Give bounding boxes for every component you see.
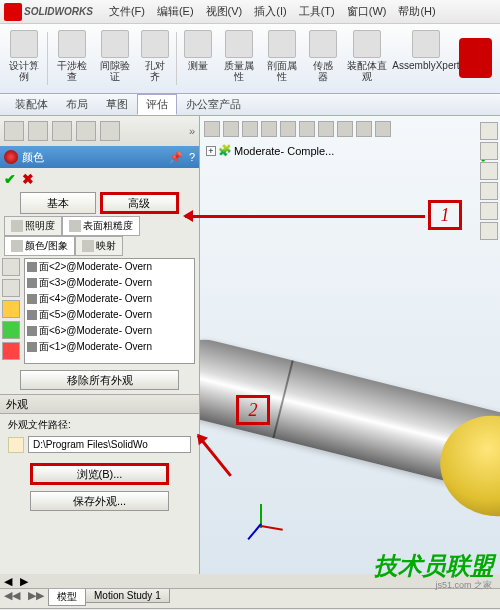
ribbon-sensor[interactable]: 传感器 (305, 28, 341, 89)
appearance-icon[interactable] (337, 121, 353, 137)
subtab-surface[interactable]: 表面粗糙度 (62, 216, 140, 236)
design-study-icon (10, 30, 38, 58)
illumination-icon (11, 220, 23, 232)
flyout-tree[interactable]: + 🧩 Moderate- Comple... (200, 142, 500, 159)
advanced-button[interactable]: 高级 (100, 192, 180, 214)
scene-icon[interactable] (356, 121, 372, 137)
tab-scroll-left[interactable]: ◀◀ (0, 589, 24, 602)
help-icon[interactable]: ? (189, 151, 195, 164)
browse-button[interactable]: 浏览(B)... (30, 463, 169, 485)
selection-filter-strip (0, 256, 24, 366)
subtab-illumination[interactable]: 照明度 (4, 216, 62, 236)
file-explorer-icon[interactable] (480, 162, 498, 180)
motion-study-tab[interactable]: Motion Study 1 (85, 589, 170, 603)
view-palette-icon[interactable] (480, 182, 498, 200)
panel-collapse-icon[interactable]: » (189, 125, 195, 137)
face-icon (27, 310, 37, 320)
appearances-pane-icon[interactable] (480, 202, 498, 220)
selection-list[interactable]: 面<2>@Moderate- Overn 面<3>@Moderate- Over… (24, 258, 195, 364)
measure-icon (184, 30, 212, 58)
ribbon-mass[interactable]: 质量属性 (218, 28, 259, 89)
face-icon (27, 326, 37, 336)
appearance-section-header[interactable]: 外观 (0, 394, 199, 414)
task-pane-rail (478, 120, 500, 242)
basic-button[interactable]: 基本 (20, 192, 96, 214)
tab-scroll-right[interactable]: ▶▶ (24, 589, 48, 602)
view-triad[interactable] (240, 484, 280, 524)
panel-scrollbar[interactable]: ◀▶ (0, 574, 500, 588)
face-icon (27, 278, 37, 288)
panel-display-icon[interactable] (76, 121, 96, 141)
mass-icon (225, 30, 253, 58)
interference-icon (58, 30, 86, 58)
app-logo-text: SOLIDWORKS (24, 6, 93, 17)
subtab-mapping[interactable]: 映射 (75, 236, 123, 256)
ok-button[interactable]: ✔ (4, 171, 16, 187)
filter-feature-icon[interactable] (2, 321, 20, 339)
pin-icon[interactable]: 📌 (169, 151, 183, 164)
assembly-root-label: Moderate- Comple... (234, 145, 334, 157)
asm-xpert-icon (412, 30, 440, 58)
design-library-icon[interactable] (480, 142, 498, 160)
hide-show-icon[interactable] (318, 121, 334, 137)
panel-config-icon[interactable] (52, 121, 72, 141)
menu-window[interactable]: 窗口(W) (341, 2, 393, 21)
tab-layout[interactable]: 布局 (57, 94, 97, 115)
custom-props-icon[interactable] (480, 222, 498, 240)
solidworks-brandmark-icon (459, 38, 492, 78)
sensor-icon (309, 30, 337, 58)
ribbon-section[interactable]: 剖面属性 (261, 28, 302, 89)
section-view-icon[interactable] (261, 121, 277, 137)
menu-insert[interactable]: 插入(I) (248, 2, 292, 21)
asm-vis-icon (353, 30, 381, 58)
path-label: 外观文件路径: (8, 418, 191, 432)
model-tab[interactable]: 模型 (48, 589, 86, 606)
3d-viewport[interactable]: + 🧩 Moderate- Comple... ✔ (200, 116, 500, 574)
render-icon[interactable] (375, 121, 391, 137)
x-axis-icon (261, 525, 283, 531)
subtab-color-image[interactable]: 颜色/图象 (4, 236, 75, 256)
ribbon-hole-align[interactable]: 孔对齐 (137, 28, 173, 89)
face-icon (27, 262, 37, 272)
menu-file[interactable]: 文件(F) (103, 2, 151, 21)
ribbon-toolbar: 设计算例 干涉检查 间隙验证 孔对齐 测量 质量属性 剖面属性 传感器 装配体直… (0, 24, 500, 94)
filter-face-icon[interactable] (2, 342, 20, 360)
panel-tab-icons: » (0, 116, 199, 146)
tab-office[interactable]: 办公室产品 (177, 94, 250, 115)
panel-tree-icon[interactable] (4, 121, 24, 141)
filter-part-icon[interactable] (2, 279, 20, 297)
filter-body-icon[interactable] (2, 300, 20, 318)
ribbon-measure[interactable]: 测量 (180, 28, 216, 89)
tab-sketch[interactable]: 草图 (97, 94, 137, 115)
menu-view[interactable]: 视图(V) (200, 2, 249, 21)
remove-all-appearances-button[interactable]: 移除所有外观 (20, 370, 179, 390)
zoom-fit-icon[interactable] (204, 121, 220, 137)
menu-edit[interactable]: 编辑(E) (151, 2, 200, 21)
mapping-icon (82, 240, 94, 252)
appearance-path-field[interactable]: D:\Program Files\SolidWo (28, 436, 191, 453)
list-item: 面<2>@Moderate- Overn (25, 259, 194, 275)
view-orient-icon[interactable] (280, 121, 296, 137)
list-item: 面<6>@Moderate- Overn (25, 323, 194, 339)
resources-icon[interactable] (480, 122, 498, 140)
zoom-area-icon[interactable] (223, 121, 239, 137)
section-icon (268, 30, 296, 58)
menu-tools[interactable]: 工具(T) (293, 2, 341, 21)
panel-extra-icon[interactable] (100, 121, 120, 141)
prev-view-icon[interactable] (242, 121, 258, 137)
panel-property-icon[interactable] (28, 121, 48, 141)
ribbon-interference[interactable]: 干涉检查 (51, 28, 92, 89)
ribbon-clearance[interactable]: 间隙验证 (94, 28, 135, 89)
display-style-icon[interactable] (299, 121, 315, 137)
ribbon-asm-vis[interactable]: 装配体直观 (343, 28, 392, 89)
color-title: 颜色 (22, 150, 44, 165)
tab-evaluate[interactable]: 评估 (137, 94, 177, 115)
filter-assembly-icon[interactable] (2, 258, 20, 276)
tree-expand-icon[interactable]: + (206, 146, 216, 156)
ribbon-asm-xpert[interactable]: AssemblyXpert (394, 28, 458, 89)
menu-help[interactable]: 帮助(H) (392, 2, 441, 21)
ribbon-design-study[interactable]: 设计算例 (3, 28, 44, 89)
tab-assembly[interactable]: 装配体 (6, 94, 57, 115)
cancel-button[interactable]: ✖ (22, 171, 34, 187)
save-appearance-button[interactable]: 保存外观... (30, 491, 169, 511)
